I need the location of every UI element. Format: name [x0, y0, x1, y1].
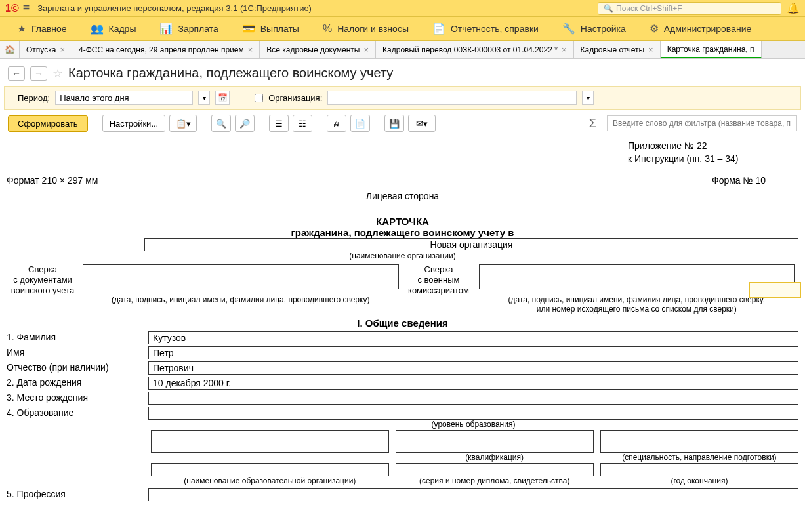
nav-forward[interactable]: → [30, 66, 47, 81]
field-speciality[interactable] [600, 430, 798, 453]
send-button[interactable]: ✉▾ [408, 115, 436, 132]
org-dropdown[interactable]: ▾ [582, 91, 594, 105]
period-dropdown[interactable]: ▾ [198, 91, 210, 105]
nav-back[interactable]: ← [8, 66, 25, 81]
search-icon: 🔍 [604, 4, 613, 13]
collapse-button[interactable]: ☷ [293, 115, 312, 132]
period-label: Период: [18, 93, 50, 103]
favorite-star-icon[interactable]: ☆ [52, 66, 63, 81]
find-next-button[interactable]: 🔎 [235, 115, 255, 132]
field-dob[interactable]: 10 декабря 2000 г. [148, 377, 798, 390]
hint-edu-level: (уровень образования) [148, 420, 798, 429]
hint-spec: (специальность, направление подготовки) [600, 453, 798, 462]
menu-payments[interactable]: 💳Выплаты [230, 22, 311, 35]
field-edu-org2[interactable] [151, 463, 389, 476]
label-name: Имя [7, 346, 144, 359]
preview-button[interactable]: 📄 [350, 115, 370, 132]
menu-settings[interactable]: 🔧Настройка [550, 22, 638, 35]
percent-icon: % [323, 23, 332, 35]
field-diploma[interactable] [396, 463, 594, 476]
calendar-button[interactable]: 📅 [215, 91, 230, 105]
hint-year: (год окончания) [600, 476, 798, 485]
close-icon[interactable]: × [60, 45, 65, 54]
field-patronymic[interactable]: Петрович [148, 361, 798, 375]
variants-button[interactable]: 📋▾ [169, 115, 197, 132]
main-menu: ★Главное 👥Кадры 📊Зарплата 💳Выплаты %Нало… [0, 17, 805, 41]
field-edu-org[interactable] [151, 430, 389, 453]
tab-2[interactable]: 4-ФСС на сегодня, 29 апреля продлен прие… [72, 41, 260, 58]
org-input[interactable] [327, 91, 577, 105]
sigma-icon[interactable]: Σ [589, 117, 596, 131]
gear-icon: ⚙ [650, 22, 659, 35]
form-num: Форма № 10 [712, 174, 766, 188]
tab-6[interactable]: Карточка гражданина, п [661, 41, 762, 58]
tab-1[interactable]: Отпуска× [20, 41, 72, 58]
tab-3[interactable]: Все кадровые документы× [260, 41, 376, 58]
find-button[interactable]: 🔍 [211, 115, 231, 132]
save-button[interactable]: 💾 [384, 115, 404, 132]
tabs-bar: 🏠 Отпуска× 4-ФСС на сегодня, 29 апреля п… [0, 41, 805, 59]
menu-taxes[interactable]: %Налоги и взносы [311, 23, 421, 35]
instruction-ref: к Инструкции (пп. 31 – 34) [628, 153, 798, 166]
menu-main[interactable]: ★Главное [5, 22, 79, 35]
label-pob: 3. Место рождения [7, 392, 144, 405]
field-pob[interactable] [148, 392, 798, 405]
bell-icon[interactable]: 🔔 [787, 2, 800, 14]
sverka2-hint2: или номер исходящего письма со списком д… [475, 304, 799, 314]
sverka2-box[interactable] [479, 264, 795, 289]
burger-icon[interactable]: ≡ [23, 1, 30, 15]
label-dob: 2. Дата рождения [7, 377, 144, 390]
label-profession: 5. Профессия [7, 488, 144, 501]
menu-hr[interactable]: 👥Кадры [79, 22, 148, 35]
field-profession[interactable] [148, 488, 798, 501]
field-grad-year[interactable] [600, 463, 798, 476]
field-qualification[interactable] [396, 430, 594, 453]
tab-5[interactable]: Кадровые отчеты× [574, 41, 661, 58]
page-title: Карточка гражданина, подлежащего воинско… [68, 66, 393, 81]
settings-button[interactable]: Настройки... [102, 115, 166, 132]
sverka2-label: Сверка с военным комиссариатом [403, 264, 475, 295]
sverka1-box[interactable] [83, 264, 399, 289]
filter-bar: Период: ▾ 📅 Организация: ▾ [4, 86, 801, 110]
calc-icon: 📊 [159, 22, 173, 35]
menu-salary[interactable]: 📊Зарплата [148, 22, 230, 35]
print-button[interactable]: 🖨 [327, 115, 346, 132]
close-icon[interactable]: × [363, 45, 369, 54]
close-icon[interactable]: × [248, 45, 253, 54]
generate-button[interactable]: Сформировать [8, 115, 88, 132]
page-header: ← → ☆ Карточка гражданина, подлежащего в… [0, 59, 805, 86]
field-name[interactable]: Петр [148, 346, 798, 359]
period-input[interactable] [55, 91, 193, 105]
org-label: Организация: [268, 93, 322, 103]
filter-search-input[interactable] [607, 115, 797, 131]
close-icon[interactable]: × [562, 45, 567, 54]
logo-1c: 1© [5, 3, 19, 14]
wallet-icon: 💳 [242, 22, 255, 35]
label-patronymic: Отчество (при наличии) [7, 361, 144, 375]
doc-icon: 📄 [432, 22, 445, 35]
field-surname[interactable]: Кутузов [148, 331, 798, 344]
menu-reports[interactable]: 📄Отчетность, справки [421, 22, 550, 35]
hint-diploma: (серия и номер диплома, свидетельства) [396, 476, 594, 485]
global-search[interactable]: 🔍 Поиск Ctrl+Shift+F [598, 2, 781, 15]
field-edu-level[interactable] [148, 407, 798, 420]
sverka1-label: Сверка с документами воинского учета [7, 264, 79, 295]
report-toolbar: Сформировать Настройки... 📋▾ 🔍 🔎 ☰ ☷ 🖨 📄… [0, 110, 805, 137]
card-title: КАРТОЧКА [7, 216, 798, 227]
sverka-row: Сверка с документами воинского учета Све… [7, 264, 798, 295]
selected-cell[interactable] [749, 282, 801, 298]
titlebar: 1© ≡ Зарплата и управление персоналом, р… [0, 0, 805, 17]
card-subtitle: гражданина, подлежащего воинскому учету … [7, 227, 798, 238]
star-icon: ★ [17, 22, 26, 35]
home-tab[interactable]: 🏠 [0, 41, 20, 58]
close-icon[interactable]: × [648, 45, 653, 54]
search-placeholder: Поиск Ctrl+Shift+F [616, 4, 682, 13]
expand-button[interactable]: ☰ [269, 115, 289, 132]
appendix-num: Приложение № 22 [628, 140, 798, 153]
label-surname: 1. Фамилия [7, 331, 144, 344]
document-area: Приложение № 22 к Инструкции (пп. 31 – 3… [0, 137, 805, 529]
org-name-field[interactable]: Новая организация [144, 238, 798, 251]
tab-4[interactable]: Кадровый перевод 00ЗК-000003 от 01.04.20… [376, 41, 573, 58]
menu-admin[interactable]: ⚙Администрирование [638, 22, 764, 35]
org-checkbox[interactable] [255, 94, 263, 102]
